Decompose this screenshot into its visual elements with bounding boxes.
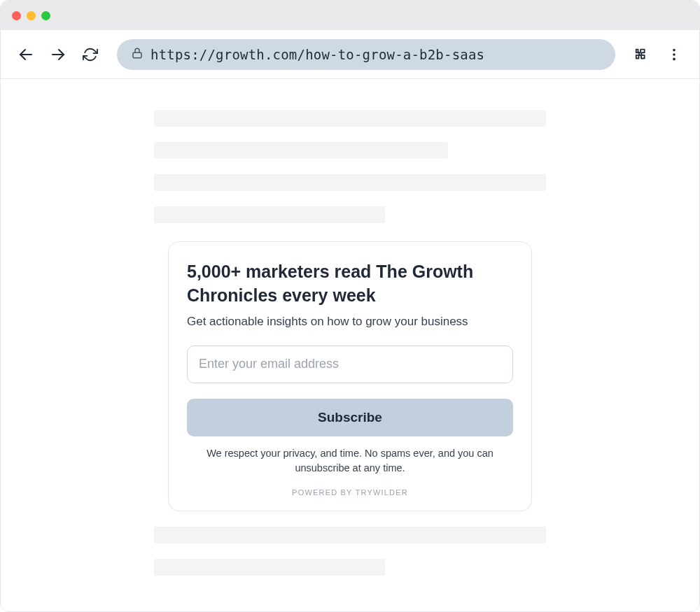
menu-button[interactable]: [664, 45, 684, 64]
skeleton-line: [154, 559, 385, 576]
arrow-right-icon: [50, 46, 66, 63]
email-input[interactable]: [187, 346, 513, 383]
window-maximize-button[interactable]: [41, 11, 50, 20]
window-minimize-button[interactable]: [27, 11, 36, 20]
window-titlebar: [1, 1, 699, 30]
svg-point-3: [673, 48, 676, 51]
skeleton-line: [154, 527, 546, 543]
reload-button[interactable]: [80, 45, 100, 64]
skeleton-line: [154, 110, 546, 127]
reload-icon: [83, 47, 98, 62]
extensions-button[interactable]: [632, 45, 652, 64]
article-column: 5,000+ marketers read The Growth Chronic…: [154, 110, 546, 591]
lock-icon: [131, 47, 144, 62]
card-title: 5,000+ marketers read The Growth Chronic…: [187, 260, 513, 308]
arrow-left-icon: [18, 46, 34, 63]
url-text: https://growth.com/how-to-grow-a-b2b-saa…: [150, 47, 484, 62]
svg-point-4: [673, 53, 676, 56]
svg-point-5: [673, 57, 676, 60]
skeleton-line: [154, 206, 385, 223]
window-close-button[interactable]: [12, 11, 21, 20]
subscribe-button[interactable]: Subscribe: [187, 399, 513, 436]
forward-button[interactable]: [48, 45, 68, 64]
browser-toolbar: https://growth.com/how-to-grow-a-b2b-saa…: [1, 30, 699, 79]
subscribe-card: 5,000+ marketers read The Growth Chronic…: [168, 241, 532, 511]
more-vertical-icon: [666, 47, 682, 62]
puzzle-icon: [634, 47, 650, 62]
privacy-note: We respect your privacy, and time. No sp…: [187, 446, 513, 476]
powered-by: POWERED BY TRYWILDER: [187, 488, 513, 497]
svg-rect-2: [133, 52, 141, 58]
card-subtitle: Get actionable insights on how to grow y…: [187, 315, 513, 329]
page-content: 5,000+ marketers read The Growth Chronic…: [1, 79, 699, 611]
skeleton-line: [154, 142, 448, 159]
toolbar-right: [632, 45, 684, 64]
address-bar[interactable]: https://growth.com/how-to-grow-a-b2b-saa…: [117, 39, 615, 70]
skeleton-line: [154, 174, 546, 191]
browser-window: https://growth.com/how-to-grow-a-b2b-saa…: [0, 0, 700, 612]
back-button[interactable]: [16, 45, 36, 64]
